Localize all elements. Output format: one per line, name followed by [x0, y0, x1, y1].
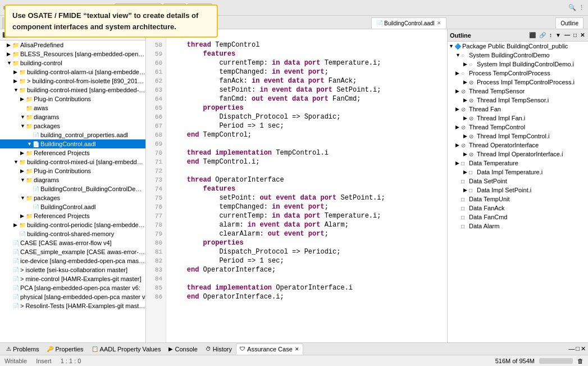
- bottom-tab-bar: ⚠ Problems 🔑 Properties 📋 AADL Property …: [0, 342, 588, 355]
- link-icon[interactable]: 🔗: [538, 31, 547, 39]
- tab-aadl-property-values[interactable]: 📋 AADL Property Values: [88, 344, 165, 355]
- tree-item-bc-alarm-ui[interactable]: ▶📁 building-control-alarm-ui [slang-embe…: [0, 67, 145, 76]
- status-right: 516M of 954M 🗑: [495, 358, 584, 364]
- history-icon: ⏱: [206, 346, 211, 352]
- outline-item-thread-tempsensor-impl[interactable]: ▶ ⊘ Thread Impl TempSensor.i: [448, 96, 588, 105]
- tab-properties[interactable]: 🔑 Properties: [43, 344, 87, 355]
- outline-tab-label: Outline: [560, 20, 578, 26]
- position-status: 1 : 1 : 0: [61, 358, 81, 364]
- code-content[interactable]: thread TempControl features currentTemp:…: [166, 29, 447, 342]
- tree-item-bless[interactable]: ▶📁 BLESS_Resources [slang-embedded-open-…: [0, 49, 145, 58]
- console-icon: ▶: [168, 346, 173, 352]
- properties-icon: 🔑: [47, 346, 53, 352]
- editor-tab-label: BuildingControl.aadl: [384, 20, 435, 26]
- tab-close-icon[interactable]: ✕: [437, 20, 441, 26]
- minimize-icon[interactable]: —: [563, 31, 571, 39]
- outline-item-process-tcp-impl[interactable]: ▶ ⊘ Process Impl TempControlProcess.i: [448, 78, 588, 87]
- tree-item-bc-aadl[interactable]: ▼📄 BuildingControl.aadl: [0, 139, 145, 148]
- memory-text: 516M of 954M: [495, 358, 535, 364]
- tree-item-bc-isolette[interactable]: ▶📁 > building-control-from-isolette [890…: [0, 76, 145, 85]
- tree-item-bc-mixed-ui[interactable]: ▼📁 building-control-mixed-ui [slang-embe…: [0, 157, 145, 166]
- tree-item-physical[interactable]: 📄 physical [slang-embedded-open-pca mast…: [0, 292, 145, 301]
- bottom-close-icon[interactable]: ✕: [581, 345, 586, 353]
- outline-item-system-demo[interactable]: ▼ ○ System BuildingControlDemo: [448, 51, 588, 60]
- tab-history[interactable]: ⏱ History: [202, 344, 236, 355]
- search-icon[interactable]: 🔍: [568, 4, 576, 11]
- outline-item-thread-tempcontrol[interactable]: ▶ ⊘ Thread TempControl: [448, 123, 588, 132]
- outline-item-thread-oi[interactable]: ▶ ⊘ Thread OperatorInterface: [448, 141, 588, 150]
- code-editor[interactable]: 5758596061 6263646566 6768697071 7273747…: [146, 29, 447, 342]
- outline-item-thread-fan[interactable]: ▶ ⊘ Thread Fan: [448, 105, 588, 114]
- outline-item-data-temp[interactable]: ▶ □ Data Temperature: [448, 159, 588, 168]
- outline-item-process-tcp[interactable]: ▶ ○ Process TempControlProcess: [448, 69, 588, 78]
- tree-item-bc-periodic[interactable]: ▶📁 building-control-periodic [slang-embe…: [0, 220, 145, 229]
- tree-item-bc-demo[interactable]: 📄 BuildingControl_BuildingControlDemo_i.…: [0, 184, 145, 193]
- middle-panel: 5758596061 6263646566 6768697071 7273747…: [146, 29, 448, 342]
- tree-item-packages[interactable]: ▼📁 packages: [0, 121, 145, 130]
- outline-item-package[interactable]: ▼ 🔷 Package Public BuildingControl_publi…: [448, 42, 588, 51]
- tree-item-bc-aadl2[interactable]: 📄 BuildingControl.aadl: [0, 202, 145, 211]
- tree-item-bc-mixed[interactable]: ▼📁 building-control-mixed [slang-embedde…: [0, 85, 145, 94]
- outline-item-thread-fan-impl[interactable]: ▶ ⊘ Thread Impl Fan.i: [448, 114, 588, 123]
- close-icon[interactable]: ✕: [579, 31, 586, 39]
- maximize-icon[interactable]: □: [572, 31, 578, 39]
- tab-console[interactable]: ▶ Console: [165, 344, 201, 355]
- bottom-maximize-icon[interactable]: □: [576, 345, 580, 353]
- tooltip-text: Use OSATE / FMIDE “textual view” to crea…: [12, 11, 198, 31]
- memory-bar: [539, 358, 573, 364]
- bottom-minimize-icon[interactable]: —: [568, 345, 575, 353]
- menu-icon[interactable]: ⋮: [578, 4, 585, 11]
- tree-item-isolette[interactable]: 📄 > isolette [sei-ksu-collaboration mast…: [0, 265, 145, 274]
- outline-item-data-alarm[interactable]: □ Data Alarm: [448, 222, 588, 231]
- tab-assurance-case-label: Assurance Case: [247, 346, 293, 353]
- tree-item-case-simple[interactable]: 📄 CASE_simple_example [CASE awas-error-f…: [0, 247, 145, 256]
- problems-icon: ⚠: [6, 346, 11, 352]
- tab-assurance-case[interactable]: 🛡 Assurance Case ✕: [236, 344, 303, 355]
- tab-problems[interactable]: ⚠ Problems: [2, 344, 43, 355]
- tree-item-diagrams2[interactable]: ▼📁 diagrams: [0, 175, 145, 184]
- tree-item-ice-device[interactable]: 📄 ice-device [slang-embedded-open-pca ma…: [0, 256, 145, 265]
- tree-item-ref-projects1[interactable]: ▶📁 Referenced Projects: [0, 148, 145, 157]
- tree-item-pca[interactable]: 📄 PCA [slang-embedded-open-pca master v6…: [0, 283, 145, 292]
- tree-item-plugin-contrib2[interactable]: ▶📁 Plug-in Contributions: [0, 166, 145, 175]
- outline-item-thread-tempcontrol-impl[interactable]: ▶ ⊘ Thread Impl TempControl.i: [448, 132, 588, 141]
- tab-aadl-property-values-label: AADL Property Values: [100, 346, 161, 353]
- outline-item-data-setpoint[interactable]: □ Data SetPoint: [448, 177, 588, 186]
- left-panel: ⬛ ↻ ▽ ▼ ▶📁 AlisaPredefined ▶📁 BLESS_Reso…: [0, 29, 146, 342]
- tree-item-resolint[interactable]: 📄 > Resolint-Tests [HAMR-Examples-git ma…: [0, 301, 145, 310]
- assurance-icon: 🛡: [240, 346, 245, 352]
- outline-item-system-impl[interactable]: ▶ ○ System Impl BuildingControlDemo.i: [448, 60, 588, 69]
- tree-item-awas[interactable]: 📁 awas: [0, 103, 145, 112]
- outline-item-data-fanack[interactable]: □ Data FanAck: [448, 204, 588, 213]
- outline-item-data-setpoint-impl[interactable]: ▶ □ Data Impl SetPoint.i: [448, 186, 588, 195]
- outline-item-data-tempunit[interactable]: □ Data TempUnit: [448, 195, 588, 204]
- outline-menu-icon[interactable]: ▼: [554, 31, 562, 39]
- outline-item-thread-oi-impl[interactable]: ▶ ⊘ Thread Impl OperatorInterface.i: [448, 150, 588, 159]
- tree-item-plugin-contrib[interactable]: ▶📁 Plug-in Contributions: [0, 94, 145, 103]
- tree-item-mine-control[interactable]: 📄 > mine-control [HAMR-Examples-git mast…: [0, 274, 145, 283]
- tree-item-alisapredefined[interactable]: ▶📁 AlisaPredefined: [0, 40, 145, 49]
- tree-item-building-control[interactable]: ▼📁 building-control: [0, 58, 145, 67]
- writable-status: Writable: [4, 358, 27, 364]
- tab-assurance-close[interactable]: ✕: [295, 346, 299, 352]
- tree-item-bc-props[interactable]: 📄 building_control_properties.aadl: [0, 130, 145, 139]
- sort-icon[interactable]: ↕: [548, 31, 553, 39]
- line-numbers: 5758596061 6263646566 6768697071 7273747…: [146, 29, 166, 342]
- trash-icon[interactable]: 🗑: [577, 358, 584, 364]
- outline-item-data-fancmd[interactable]: □ Data FanCmd: [448, 213, 588, 222]
- tab-building-control[interactable]: 📄 BuildingControl.aadl ✕: [371, 17, 446, 29]
- outline-item-data-temp-impl[interactable]: ▶ □ Data Impl Temperature.i: [448, 168, 588, 177]
- tree-item-case[interactable]: 📄 CASE [CASE awas-error-flow v4]: [0, 238, 145, 247]
- right-panel: Outline ⬛ 🔗 ↕ ▼ — □ ✕ ▼ 🔷 Package Public…: [448, 29, 588, 342]
- file-icon: 📄: [376, 20, 383, 26]
- outline-item-thread-tempsensor[interactable]: ▶ ⊘ Thread TempSensor: [448, 87, 588, 96]
- tab-problems-label: Problems: [13, 346, 39, 353]
- collapse-all-icon[interactable]: ⬛: [528, 31, 537, 39]
- tab-outline[interactable]: Outline: [555, 17, 584, 29]
- tree-item-packages2[interactable]: ▼📁 packages: [0, 193, 145, 202]
- tree-item-bc-shared[interactable]: 📄 building-control-shared-memory: [0, 229, 145, 238]
- content-area: ⬛ ↻ ▽ ▼ ▶📁 AlisaPredefined ▶📁 BLESS_Reso…: [0, 29, 588, 342]
- tree-item-ref-projects2[interactable]: ▶📁 Referenced Projects: [0, 211, 145, 220]
- main-layout: AADL Navigato AADL Diagram ⬛▷✕ 📄 Buildin…: [0, 16, 588, 366]
- tree-item-diagrams[interactable]: ▼📁 diagrams: [0, 112, 145, 121]
